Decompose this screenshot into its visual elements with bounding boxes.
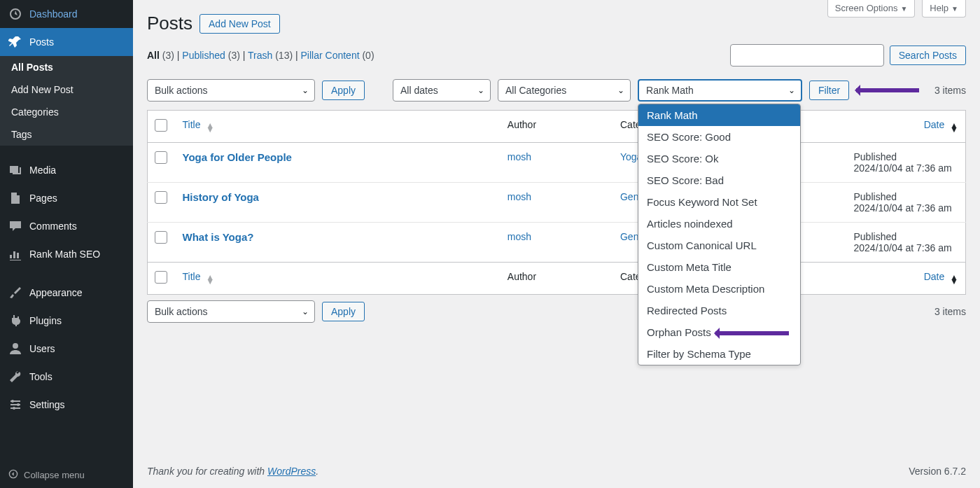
nav-media-label: Media (29, 165, 56, 176)
dates-select[interactable]: All dates⌄ (393, 79, 491, 102)
add-new-post-button[interactable]: Add New Post (200, 14, 280, 34)
user-icon (8, 342, 22, 356)
subnav-add-new[interactable]: Add New Post (0, 78, 133, 101)
nav-plugins[interactable]: Plugins (0, 307, 133, 335)
chevron-down-icon: ⌄ (477, 85, 484, 95)
chevron-down-icon: ⌄ (788, 85, 795, 95)
dropdown-option[interactable]: Custom Meta Description (638, 278, 800, 300)
col-date-foot[interactable]: Date ▲▼ (833, 263, 966, 295)
apply-button-top[interactable]: Apply (322, 81, 365, 100)
svg-point-0 (13, 343, 18, 349)
nav-media[interactable]: Media (0, 156, 133, 184)
select-all-checkbox-top[interactable] (155, 119, 167, 132)
col-date[interactable]: Date ▲▼ (833, 111, 966, 143)
chevron-down-icon: ⌄ (302, 85, 309, 95)
dropdown-option[interactable]: SEO Score: Bad (638, 169, 800, 191)
comments-icon (8, 219, 22, 233)
nav-posts[interactable]: Posts (0, 28, 133, 56)
row-checkbox[interactable] (155, 231, 167, 244)
author-link[interactable]: mosh (507, 151, 531, 162)
items-count-top: 3 items (934, 85, 966, 96)
post-title-link[interactable]: What is Yoga? (183, 231, 254, 243)
annotation-arrow (715, 331, 789, 335)
dropdown-option[interactable]: Custom Canonical URL (638, 235, 800, 256)
help-button[interactable]: Help▼ (922, 0, 966, 18)
footer-credit: Thank you for creating with WordPress. (147, 466, 318, 477)
date-cell: Published2024/10/04 at 7:36 am (854, 151, 952, 174)
pages-icon (8, 191, 22, 205)
categories-select[interactable]: All Categories⌄ (498, 79, 631, 102)
apply-button-bottom[interactable]: Apply (322, 302, 365, 321)
filter-all[interactable]: All (147, 50, 160, 61)
bulk-actions-select-bottom[interactable]: Bulk actions⌄ (147, 300, 315, 323)
row-checkbox[interactable] (155, 151, 167, 164)
filter-published[interactable]: Published (182, 50, 225, 61)
nav-appearance[interactable]: Appearance (0, 279, 133, 307)
nav-pages[interactable]: Pages (0, 184, 133, 212)
dropdown-option[interactable]: Articles noindexed (638, 213, 800, 235)
nav-rankmath-label: Rank Math SEO (29, 249, 100, 260)
nav-settings-label: Settings (29, 399, 65, 410)
col-title[interactable]: Title ▲▼ (176, 111, 500, 143)
chevron-down-icon: ▼ (900, 5, 907, 13)
svg-point-2 (17, 403, 20, 406)
svg-point-1 (11, 400, 14, 403)
nav-comments-label: Comments (29, 221, 77, 232)
author-link[interactable]: mosh (507, 231, 531, 242)
filter-button[interactable]: Filter (809, 81, 849, 100)
bulk-actions-select[interactable]: Bulk actions⌄ (147, 79, 315, 102)
date-cell: Published2024/10/04 at 7:36 am (854, 231, 952, 253)
collapse-label: Collapse menu (24, 470, 85, 480)
dropdown-option[interactable]: Custom Meta Title (638, 256, 800, 278)
nav-tools[interactable]: Tools (0, 363, 133, 391)
dropdown-option[interactable]: Focus Keyword Not Set (638, 191, 800, 213)
nav-rankmath[interactable]: Rank Math SEO (0, 240, 133, 268)
table-row: What is Yoga?moshGeneral YogaPublished20… (148, 223, 966, 263)
subnav-categories[interactable]: Categories (0, 101, 133, 123)
chevron-down-icon: ⌄ (302, 307, 309, 316)
wrench-icon (8, 370, 22, 384)
plug-icon (8, 314, 22, 328)
sort-icon: ▲▼ (950, 123, 958, 132)
rankmath-select[interactable]: Rank Math⌄ (638, 79, 802, 102)
search-posts-button[interactable]: Search Posts (890, 46, 966, 65)
nav-users[interactable]: Users (0, 335, 133, 363)
col-author[interactable]: Author (500, 111, 613, 143)
filter-trash[interactable]: Trash (248, 50, 272, 61)
chart-icon (8, 247, 22, 261)
status-filter-links: All (3) | Published (3) | Trash (13) | P… (147, 50, 374, 61)
nav-settings[interactable]: Settings (0, 391, 133, 419)
dropdown-option[interactable]: Filter by Schema Type (638, 343, 800, 365)
author-link[interactable]: mosh (507, 191, 531, 202)
nav-appearance-label: Appearance (29, 287, 83, 298)
row-checkbox[interactable] (155, 191, 167, 204)
collapse-menu[interactable]: Collapse menu (0, 462, 133, 488)
col-author-foot[interactable]: Author (500, 263, 613, 295)
page-title: Posts (147, 13, 192, 34)
sort-icon: ▲▼ (950, 275, 958, 284)
wordpress-link[interactable]: WordPress (267, 466, 316, 477)
nav-comments[interactable]: Comments (0, 212, 133, 240)
media-icon (8, 163, 22, 177)
select-all-checkbox-bottom[interactable] (155, 271, 167, 284)
post-title-link[interactable]: History of Yoga (183, 191, 259, 203)
nav-posts-label: Posts (29, 36, 54, 48)
pin-icon (8, 35, 22, 49)
search-input[interactable] (730, 44, 884, 67)
col-title-foot[interactable]: Title ▲▼ (176, 263, 500, 295)
subnav-tags[interactable]: Tags (0, 123, 133, 146)
dashboard-icon (8, 7, 22, 21)
post-title-link[interactable]: Yoga for Older People (183, 151, 292, 163)
nav-dashboard[interactable]: Dashboard (0, 0, 133, 28)
annotation-arrow (856, 88, 919, 92)
dropdown-option[interactable]: SEO Score: Good (638, 126, 800, 148)
subnav-all-posts[interactable]: All Posts (0, 56, 133, 78)
dropdown-option[interactable]: Rank Math (638, 104, 800, 126)
footer-version: Version 6.7.2 (909, 466, 966, 477)
filter-pillar[interactable]: Pillar Content (301, 50, 360, 61)
dropdown-option[interactable]: SEO Score: Ok (638, 148, 800, 169)
dropdown-option[interactable]: Redirected Posts (638, 300, 800, 321)
screen-options-button[interactable]: Screen Options▼ (827, 0, 916, 18)
posts-table: Title ▲▼ Author Categories Date ▲▼ Yoga … (147, 110, 966, 295)
dropdown-option[interactable]: Orphan Posts (638, 321, 800, 343)
